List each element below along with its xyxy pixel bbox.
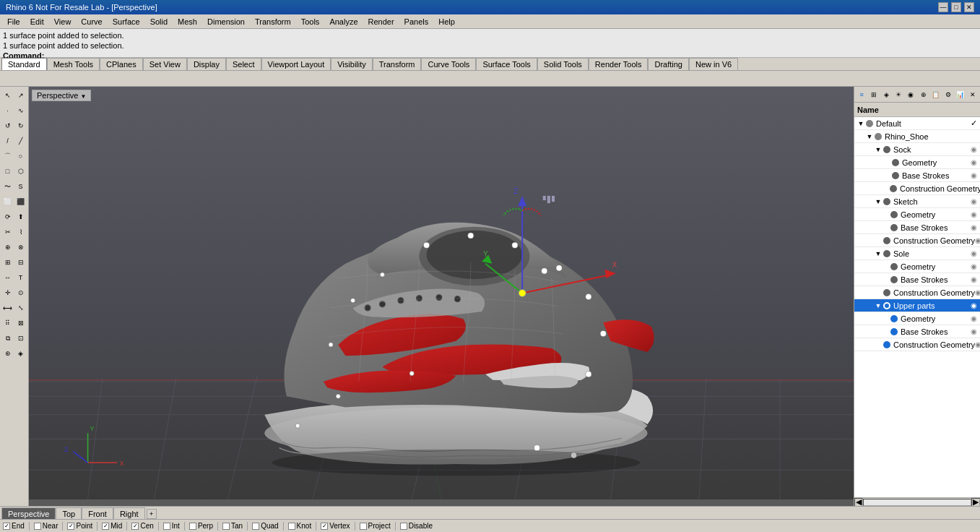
menu-file[interactable]: File	[3, 17, 25, 27]
snap-near-toggle[interactable]: Near	[34, 522, 58, 530]
layer-sole-geometry[interactable]: Geometry ◉	[854, 260, 980, 273]
layer-rhino-shoe[interactable]: ▼ Rhino_Shoe	[854, 130, 980, 143]
close-button[interactable]: ✕	[964, 2, 974, 12]
snap-int-toggle[interactable]: Int	[163, 522, 180, 530]
lt-explode-tool[interactable]: ⊗	[14, 240, 27, 254]
layer-expand-shoe[interactable]: ▼	[866, 133, 873, 140]
viewport-tab-perspective[interactable]: Perspective	[1, 507, 56, 519]
lt-rotate2-tool[interactable]: ↻	[14, 119, 27, 133]
lt-polyline-tool[interactable]: ╱	[14, 134, 27, 148]
menu-mesh[interactable]: Mesh	[173, 17, 201, 27]
lt-copy-tool[interactable]: ⊙	[14, 286, 27, 300]
rp-stats-icon[interactable]: 📊	[955, 88, 966, 101]
layer-bulb-upper[interactable]: ◉	[971, 301, 977, 309]
layer-expand-upper[interactable]: ▼	[875, 302, 882, 309]
snap-tan-toggle[interactable]: Tan	[222, 522, 243, 530]
add-viewport-button[interactable]: +	[147, 509, 157, 519]
layer-sock-construction[interactable]: ▶ Construction Geometry ◉	[854, 182, 980, 195]
3d-viewport[interactable]: X Y Z X Y Z	[29, 87, 854, 499]
snap-point-checkbox[interactable]	[67, 523, 74, 530]
lt-join-tool[interactable]: ⊕	[1, 240, 14, 254]
snap-vertex-toggle[interactable]: Vertex	[321, 522, 350, 530]
layer-upper-construction[interactable]: Construction Geometry ◉	[854, 338, 980, 351]
layer-upper-parts[interactable]: ▼ Upper parts ◉	[854, 299, 980, 312]
layer-sketch-geometry[interactable]: Geometry ◉	[854, 208, 980, 221]
lt-fillet-tool[interactable]: ⊟	[14, 255, 27, 270]
menu-analyze[interactable]: Analyze	[325, 17, 362, 27]
lt-cage2-tool[interactable]: ⊡	[14, 331, 27, 346]
snap-cen-checkbox[interactable]	[131, 523, 139, 530]
toolbar-tab-cplanes[interactable]: CPlanes	[100, 58, 143, 70]
lt-free-tool[interactable]: 〜	[1, 179, 14, 194]
layer-expand-sock[interactable]: ▼	[875, 146, 882, 153]
layer-bulb-sock-geo[interactable]: ◉	[971, 158, 977, 166]
menu-dimension[interactable]: Dimension	[203, 17, 249, 27]
layer-expand-default[interactable]: ▼	[857, 120, 864, 127]
minimize-button[interactable]: —	[938, 2, 948, 12]
menu-transform[interactable]: Transform	[251, 17, 295, 27]
rp-layers-icon[interactable]: ≡	[856, 88, 867, 101]
layer-sole-base[interactable]: Base Strokes ◉	[854, 273, 980, 286]
lt-cage-tool[interactable]: ⧉	[1, 331, 14, 346]
snap-mid-toggle[interactable]: Mid	[102, 522, 122, 530]
menu-edit[interactable]: Edit	[26, 17, 48, 27]
scroll-track[interactable]	[863, 499, 971, 506]
lt-move-tool[interactable]: ✛	[1, 286, 14, 300]
lt-polygon-tool[interactable]: ⬡	[14, 164, 27, 179]
right-panel-scrollbar[interactable]: ◀ ▶	[854, 497, 980, 506]
lt-loft-tool[interactable]: ⬛	[14, 194, 27, 209]
layer-sole[interactable]: ▼ Sole ◉	[854, 247, 980, 260]
menu-tools[interactable]: Tools	[297, 17, 324, 27]
snap-point-toggle[interactable]: Point	[67, 522, 92, 530]
maximize-button[interactable]: □	[951, 2, 961, 12]
lt-group-tool[interactable]: ⊠	[14, 316, 27, 330]
lt-offset-tool[interactable]: ⊞	[1, 255, 14, 270]
layer-bulb-sole-base[interactable]: ◉	[971, 275, 977, 283]
toolbar-tab-meshtools[interactable]: Mesh Tools	[47, 58, 100, 70]
lt-curve-tool[interactable]: ∿	[14, 103, 27, 118]
layer-sock-geometry[interactable]: ▶ Geometry ◉	[854, 156, 980, 169]
lt-line-tool[interactable]: /	[1, 134, 14, 148]
layer-sock[interactable]: ▼ Sock ◉	[854, 143, 980, 156]
snap-cen-toggle[interactable]: Cen	[131, 522, 153, 530]
lt-scale-tool[interactable]: ⤡	[14, 301, 27, 315]
viewport-tab-add[interactable]: +	[147, 509, 157, 519]
snap-end-checkbox[interactable]	[3, 523, 10, 530]
layer-panel[interactable]: ▼ Default ✓ ▼ Rhino_Shoe ▼ Sock ◉ ▶	[854, 117, 980, 497]
toolbar-tab-solidtools[interactable]: Solid Tools	[537, 58, 589, 70]
rp-notes-icon[interactable]: 📋	[930, 88, 942, 101]
lt-split-tool[interactable]: ⌇	[14, 225, 27, 239]
menu-render[interactable]: Render	[364, 17, 399, 27]
layer-sock-base[interactable]: ▶ Base Strokes ◉	[854, 169, 980, 182]
lt-render-tool[interactable]: ◈	[14, 346, 27, 361]
viewport-label[interactable]: Perspective ▼	[32, 90, 91, 101]
snap-project-toggle[interactable]: Project	[360, 522, 391, 530]
toolbar-tab-curvetools[interactable]: Curve Tools	[421, 58, 476, 70]
snap-near-checkbox[interactable]	[34, 523, 41, 530]
lt-select-tool[interactable]: ↖	[1, 88, 14, 103]
layer-bulb-sock-base[interactable]: ◉	[971, 171, 977, 179]
layer-bulb-upper-geo[interactable]: ◉	[971, 314, 977, 322]
menu-surface[interactable]: Surface	[108, 17, 144, 27]
layer-sketch[interactable]: ▼ Sketch ◉	[854, 195, 980, 208]
lt-trim-tool[interactable]: ✂	[1, 225, 14, 239]
snap-quad-checkbox[interactable]	[252, 523, 259, 530]
layer-expand-sole[interactable]: ▼	[875, 250, 882, 257]
lt-snap-tool[interactable]: ⊛	[1, 346, 14, 361]
snap-tan-checkbox[interactable]	[222, 523, 230, 530]
menu-help[interactable]: Help	[434, 17, 459, 27]
rp-properties-icon[interactable]: ⊞	[868, 88, 880, 101]
layer-sketch-base[interactable]: Base Strokes ◉	[854, 221, 980, 234]
viewport-tab-top[interactable]: Top	[56, 507, 82, 519]
layer-bulb-sketch[interactable]: ◉	[971, 197, 977, 205]
lt-circle-tool[interactable]: ○	[14, 149, 27, 163]
menu-solid[interactable]: Solid	[146, 17, 172, 27]
layer-bulb-sketch-base[interactable]: ◉	[971, 223, 977, 231]
lt-point-tool[interactable]: ·	[1, 103, 14, 118]
layer-bulb-sock[interactable]: ◉	[971, 145, 977, 153]
rp-settings-icon[interactable]: ⚙	[942, 88, 954, 101]
lt-arc-tool[interactable]: ⌒	[1, 149, 14, 163]
layer-sketch-construction[interactable]: Construction Geometry ◉	[854, 234, 980, 247]
lt-select2-tool[interactable]: ↗	[14, 88, 27, 103]
toolbar-tab-select[interactable]: Select	[226, 58, 261, 70]
